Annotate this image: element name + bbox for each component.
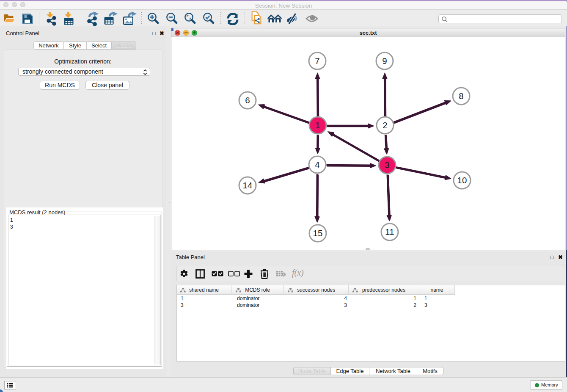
svg-text:1: 1: [315, 120, 320, 130]
svg-text:14: 14: [243, 180, 253, 190]
svg-text:2: 2: [383, 120, 387, 130]
svg-text:11: 11: [385, 227, 394, 237]
svg-text:3: 3: [385, 160, 389, 170]
svg-text:4: 4: [315, 160, 319, 169]
svg-text:10: 10: [457, 175, 467, 185]
svg-text:6: 6: [245, 95, 250, 105]
svg-text:15: 15: [313, 228, 323, 238]
svg-text:7: 7: [315, 56, 319, 66]
svg-text:9: 9: [382, 56, 387, 66]
svg-text:8: 8: [459, 91, 463, 101]
